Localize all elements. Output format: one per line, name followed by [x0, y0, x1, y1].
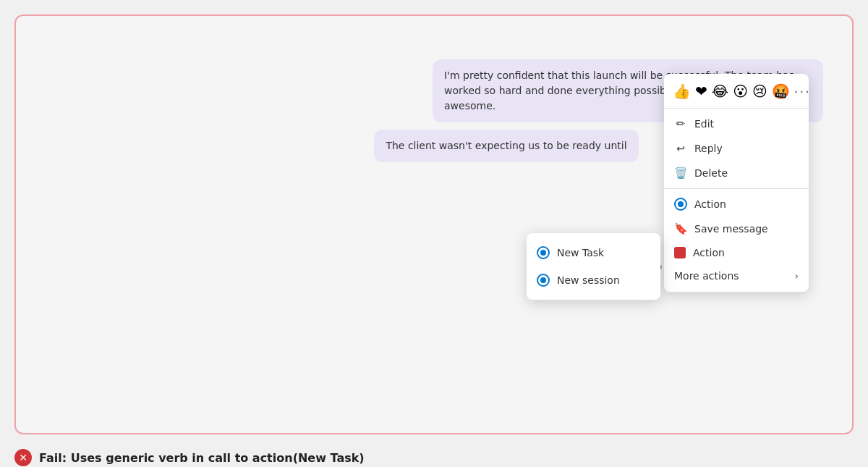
pencil-icon: ✏️: [674, 117, 687, 130]
emoji-angry[interactable]: 🤬: [772, 83, 790, 100]
menu-item-edit[interactable]: ✏️ Edit: [664, 112, 809, 136]
bookmark-icon: 🔖: [674, 222, 687, 235]
fail-icon: ✕: [14, 449, 32, 466]
blue-circle-icon-session: [537, 274, 550, 287]
menu-divider-mid: [664, 188, 809, 189]
red-square-icon: [674, 247, 686, 258]
sub-menu-item-new-task[interactable]: New Task: [527, 239, 660, 266]
sub-menu-label-new-session: New session: [557, 274, 620, 286]
reply-icon: ↩: [674, 142, 687, 155]
menu-item-more-actions[interactable]: More actions ›: [664, 264, 809, 287]
menu-item-reply[interactable]: ↩ Reply: [664, 136, 809, 161]
more-dots-button[interactable]: ···: [794, 84, 811, 99]
fail-text: Fail: Uses generic verb in call to actio…: [39, 451, 365, 465]
sub-menu-label-new-task: New Task: [557, 247, 604, 258]
chevron-right-icon: ›: [794, 270, 799, 282]
emoji-wow[interactable]: 😮: [733, 83, 748, 100]
message-text-2: The client wasn't expecting us to be rea…: [386, 140, 626, 151]
blue-circle-icon-task: [537, 246, 550, 259]
menu-divider-top: [664, 108, 809, 109]
outer-wrapper: I'm pretty confident that this launch wi…: [14, 14, 854, 467]
emoji-laugh[interactable]: 😂: [712, 83, 728, 100]
menu-label-reply: Reply: [694, 143, 723, 154]
emoji-heart[interactable]: ❤️: [695, 83, 707, 100]
menu-item-action2[interactable]: Action: [664, 241, 809, 264]
menu-item-delete[interactable]: 🗑️ Delete: [664, 161, 809, 185]
message-bubble-2: The client wasn't expecting us to be rea…: [374, 130, 638, 162]
emoji-thumbsup[interactable]: 👍: [673, 83, 691, 100]
fail-notice: ✕ Fail: Uses generic verb in call to act…: [14, 446, 854, 467]
trash-icon: 🗑️: [674, 167, 687, 180]
emoji-row: 👍 ❤️ 😂 😮 😢 🤬 ···: [664, 78, 809, 105]
x-icon: ✕: [19, 453, 27, 463]
menu-label-action1: Action: [694, 198, 726, 210]
menu-label-delete: Delete: [694, 167, 728, 179]
menu-item-save[interactable]: 🔖 Save message: [664, 216, 809, 241]
menu-label-action2: Action: [693, 247, 725, 258]
emoji-sad[interactable]: 😢: [752, 83, 767, 100]
menu-item-action1[interactable]: Action: [664, 192, 809, 216]
blue-circle-icon-1: [674, 198, 687, 211]
sub-menu-item-new-session[interactable]: New session: [527, 266, 660, 294]
context-menu: 👍 ❤️ 😂 😮 😢 🤬 ··· ✏️ Edit ↩ Reply �: [664, 74, 809, 292]
menu-label-more: More actions: [674, 270, 739, 282]
menu-label-save: Save message: [694, 223, 768, 235]
screenshot-frame: I'm pretty confident that this launch wi…: [14, 14, 854, 434]
menu-label-edit: Edit: [694, 118, 714, 130]
sub-menu: New Task New session: [527, 233, 660, 300]
